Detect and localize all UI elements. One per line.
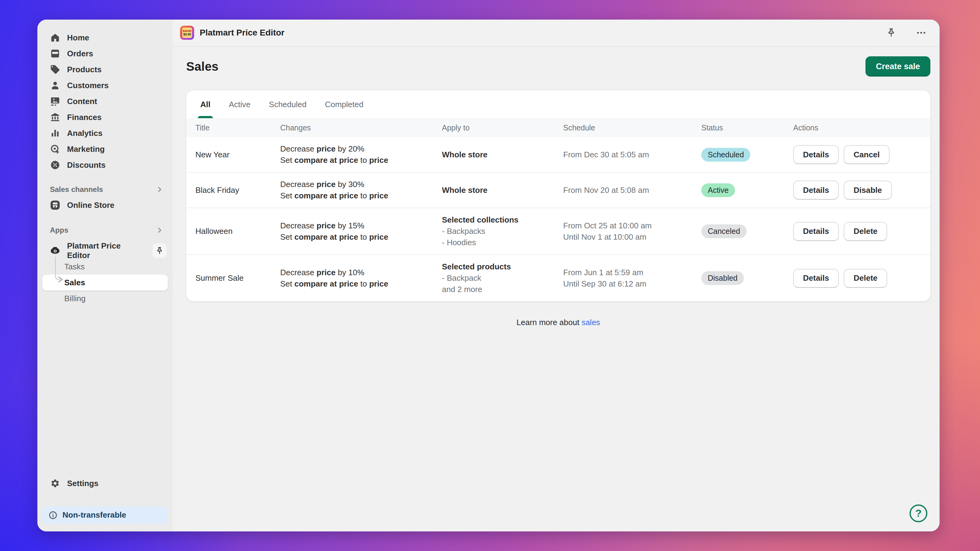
sidebar-item-label: Home: [67, 33, 89, 43]
sidebar-item-platmart-price-editor[interactable]: $ Platmart Price Editor: [42, 243, 168, 259]
sale-actions: DetailsCancel: [793, 145, 921, 164]
status-badge: Canceled: [701, 224, 747, 238]
sale-status-cell: Active: [701, 183, 793, 197]
new-price-text: $9.99: [183, 33, 191, 37]
price-tag-icon: $19.99 $9.99: [182, 27, 192, 38]
sale-schedule: From Oct 25 at 10:00 amUntil Nov 1 at 10…: [563, 220, 701, 243]
action-button-details[interactable]: Details: [793, 222, 839, 241]
tab-scheduled[interactable]: Scheduled: [260, 91, 316, 118]
sidebar-item-orders[interactable]: Orders: [42, 46, 168, 62]
change-segment: to: [358, 279, 369, 288]
change-segment: by 20%: [336, 144, 364, 153]
home-icon: [50, 32, 60, 43]
action-button-delete[interactable]: Delete: [844, 222, 887, 241]
app-label: Platmart Price Editor: [67, 241, 146, 260]
sales-card: AllActiveScheduledCompleted TitleChanges…: [186, 91, 931, 301]
help-button[interactable]: ?: [910, 505, 928, 522]
chevron-right-icon: [156, 226, 164, 234]
tab-completed[interactable]: Completed: [316, 91, 373, 118]
change-segment: by 30%: [336, 180, 364, 189]
sidebar-item-settings[interactable]: Settings: [42, 475, 168, 491]
sidebar-item-label: Customers: [67, 81, 109, 90]
change-line: Decrease price by 20%: [280, 143, 442, 155]
app-logo-icon: $19.99 $9.99: [180, 26, 194, 40]
sale-apply-to: Whole store: [442, 149, 563, 160]
change-segment: price: [317, 268, 336, 277]
sidebar-item-tasks[interactable]: Tasks: [42, 259, 168, 275]
action-button-details[interactable]: Details: [793, 145, 839, 164]
sale-actions: DetailsDisable: [793, 181, 921, 200]
app-topbar: $19.99 $9.99 Platmart Price Editor: [173, 20, 940, 46]
sales-help-link[interactable]: sales: [582, 318, 600, 327]
sidebar-item-customers[interactable]: Customers: [42, 78, 168, 94]
change-line: Set compare at price to price: [280, 232, 442, 243]
sale-changes: Decrease price by 10%Set compare at pric…: [280, 267, 442, 290]
money-bag-icon: $: [50, 246, 60, 256]
column-header-changes: Changes: [280, 123, 442, 132]
sidebar-item-label: Marketing: [67, 144, 105, 154]
schedule-line: Until Nov 1 at 10:00 am: [563, 232, 701, 243]
ellipsis-menu-icon[interactable]: [916, 27, 927, 38]
action-button-details[interactable]: Details: [793, 269, 839, 288]
old-price-text: $19.99: [183, 29, 191, 33]
page-title: Sales: [186, 60, 219, 73]
sidebar-item-content[interactable]: Content: [42, 94, 168, 109]
change-segment: Set: [280, 191, 294, 200]
schedule-line: From Jun 1 at 5:59 am: [563, 267, 701, 278]
change-segment: to: [358, 191, 369, 200]
status-badge: Active: [701, 183, 735, 197]
sidebar-section-apps[interactable]: Apps: [42, 224, 168, 237]
change-segment: Set: [280, 279, 294, 288]
banner-label: Non-transferable: [62, 510, 126, 520]
app-window: HomeOrdersProductsCustomersContentFinanc…: [37, 20, 940, 531]
products-icon: [50, 64, 60, 75]
change-line: Set compare at price to price: [280, 190, 442, 202]
sale-changes: Decrease price by 20%Set compare at pric…: [280, 143, 442, 166]
pin-icon[interactable]: [886, 27, 897, 38]
schedule-line: From Nov 20 at 5:08 am: [563, 184, 701, 196]
sidebar-item-products[interactable]: Products: [42, 62, 168, 78]
sidebar-spacer: [37, 306, 173, 475]
info-icon: [48, 511, 57, 520]
sale-apply-to: Whole store: [442, 184, 563, 196]
tab-all[interactable]: All: [191, 91, 220, 118]
desktop-background: { "colors":{ "accent":"#0A7A58", "link":…: [0, 0, 980, 551]
sidebar-item-analytics[interactable]: Analytics: [42, 125, 168, 141]
sidebar-item-online-store[interactable]: Online Store: [42, 197, 168, 213]
change-segment: price: [369, 156, 388, 165]
sidebar-nav: HomeOrdersProductsCustomersContentFinanc…: [37, 30, 173, 173]
change-segment: price: [317, 144, 336, 153]
status-badge: Disabled: [701, 271, 744, 285]
change-segment: Set: [280, 232, 294, 241]
column-header-status: Status: [701, 123, 793, 132]
orders-icon: [50, 48, 60, 59]
sidebar-item-label: Products: [67, 65, 102, 75]
action-button-cancel[interactable]: Cancel: [844, 145, 889, 164]
storefront-icon: [50, 200, 60, 210]
sidebar-item-home[interactable]: Home: [42, 30, 168, 46]
page-main: Sales Create sale AllActiveScheduledComp…: [173, 46, 940, 531]
tab-active[interactable]: Active: [220, 91, 260, 118]
sale-schedule: From Nov 20 at 5:08 am: [563, 184, 701, 196]
action-button-disable[interactable]: Disable: [844, 181, 892, 200]
sale-apply-to: Selected products- Backpackand 2 more: [442, 261, 563, 295]
sidebar-section-sales-channels[interactable]: Sales channels: [42, 183, 168, 196]
apply-to-main: Whole store: [442, 149, 563, 160]
customers-icon: [50, 80, 60, 91]
status-badge: Scheduled: [701, 148, 750, 162]
sale-schedule: From Dec 30 at 5:05 am: [563, 149, 701, 160]
chevron-right-icon: [156, 186, 164, 194]
sidebar-item-billing[interactable]: Billing: [42, 291, 168, 306]
sidebar-item-marketing[interactable]: Marketing: [42, 141, 168, 157]
change-segment: by 10%: [336, 268, 364, 277]
sidebar-item-discounts[interactable]: Discounts: [42, 157, 168, 173]
create-sale-button[interactable]: Create sale: [865, 56, 931, 76]
sidebar-item-finances[interactable]: Finances: [42, 109, 168, 125]
apply-to-item: - Backpacks: [442, 225, 563, 237]
sidebar-item-sales[interactable]: Sales: [42, 275, 168, 291]
pin-app-button[interactable]: [153, 244, 167, 258]
action-button-delete[interactable]: Delete: [844, 269, 887, 288]
change-line: Set compare at price to price: [280, 278, 442, 290]
change-segment: price: [317, 221, 336, 230]
action-button-details[interactable]: Details: [793, 181, 839, 200]
